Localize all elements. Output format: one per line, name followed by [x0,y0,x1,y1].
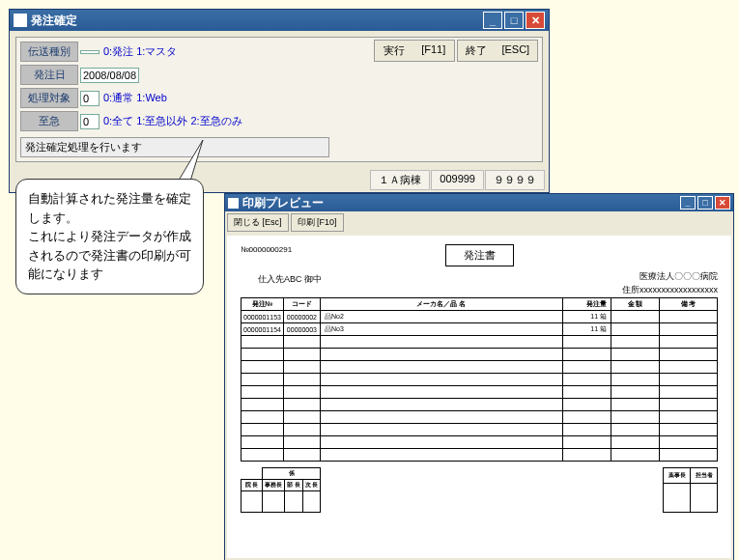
order-confirm-window: 発注確定 _ □ ✕ 実行 [F11] 終了 [ESC] 伝送種別 0:発注 [9,9,550,193]
hint-target: 0:通常 1:Web [103,91,167,105]
window-title: 発注確定 [31,13,483,29]
th-amt: 金 額 [611,298,660,311]
titlebar[interactable]: 印刷プレビュー _ □ ✕ [225,194,733,211]
print-button[interactable]: 印刷 [F10] [291,213,344,232]
print-preview-window: 印刷プレビュー _ □ ✕ 閉じる [Esc] 印刷 [F10] №000000… [224,193,734,560]
exit-button[interactable]: 終了 [ESC] [457,40,538,62]
table-row [242,424,718,436]
hint-urgent: 0:全て 1:至急以外 2:至急のみ [103,114,242,128]
signature-table-left: 係 院 長 事務長 部 長 次 長 [241,467,321,513]
close-button[interactable]: ✕ [715,196,730,210]
close-button[interactable]: ✕ [526,12,545,29]
callout-text: 自動計算された発注量を確定します。 これにより発注データが作成されるので発注書の… [28,189,191,284]
input-target[interactable]: 0 [80,91,99,106]
table-row [242,336,718,349]
input-date[interactable]: 2008/08/08 [80,68,139,83]
label-urgent: 至急 [20,111,78,131]
table-row [242,386,718,399]
table-row [242,411,718,424]
input-type[interactable] [80,50,99,54]
execute-button[interactable]: 実行 [F11] [374,40,455,62]
table-row [242,449,718,462]
table-row: 000000115400000003品No311 箱 [242,323,718,336]
table-row [242,361,718,374]
window-title: 印刷プレビュー [242,195,680,211]
app-icon [14,14,27,27]
footer-code1: 009999 [431,170,484,190]
th-code: コード [283,298,320,311]
toolbar: 閉じる [Esc] 印刷 [F10] [225,211,733,234]
input-urgent[interactable]: 0 [80,114,99,129]
close-preview-button[interactable]: 閉じる [Esc] [227,213,289,232]
label-target: 処理対象 [20,88,78,108]
footer-ward: １Ａ病棟 [370,170,430,190]
order-table: 発注№ コード メーカ名／品 名 発注量 金 額 備 考 00000011530… [241,297,718,462]
th-rem: 備 考 [660,298,718,311]
doc-title: 発注書 [445,244,514,266]
th-no: 発注№ [242,298,284,311]
table-row [242,436,718,449]
minimize-button[interactable]: _ [680,196,696,210]
th-qty: 発注量 [563,298,611,311]
maximize-button[interactable]: □ [504,12,524,29]
signature-table-right: 薬事長 担当者 [663,467,718,513]
label-type: 伝送種別 [20,42,78,62]
app-icon [228,198,239,209]
help-callout: 自動計算された発注量を確定します。 これにより発注データが作成されるので発注書の… [15,179,204,294]
hint-type: 0:発注 1:マスタ [103,44,177,59]
minimize-button[interactable]: _ [483,12,502,29]
table-row: 000000115300000002品No211 箱 [242,311,718,323]
label-date: 発注日 [20,65,78,85]
table-row [242,399,718,411]
titlebar[interactable]: 発注確定 _ □ ✕ [10,10,549,31]
preview-document: №0000000291 発注書 医療法人〇〇〇病院 住所xxxxxxxxxxxx… [227,236,731,558]
maximize-button[interactable]: □ [697,196,713,210]
th-name: メーカ名／品 名 [320,298,562,311]
table-row [242,374,718,386]
table-row [242,349,718,361]
footer-code2: ９９９９ [485,170,545,190]
